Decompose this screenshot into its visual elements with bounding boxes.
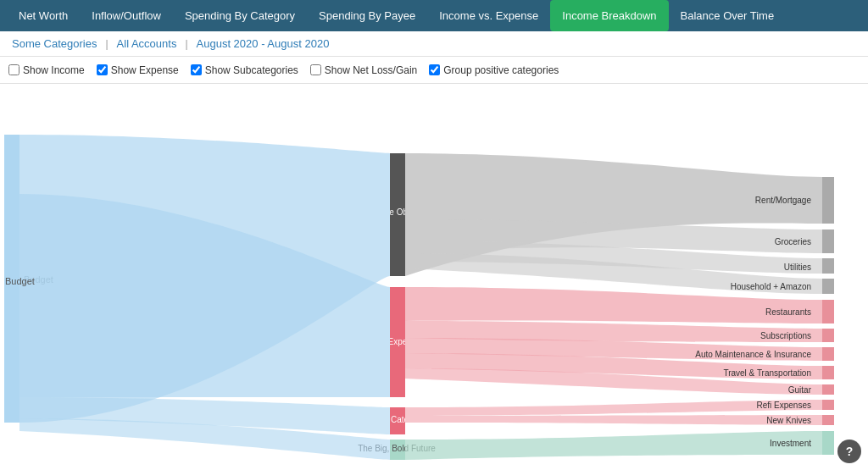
subnav-sep1: | <box>105 38 108 50</box>
checkbox-show-subcategories[interactable] <box>191 64 202 75</box>
node-investment[interactable] <box>822 431 834 455</box>
filter-show-subcategories[interactable]: Show Subcategories <box>191 64 298 76</box>
label-auto-maintenance: Auto Maintenance & Insurance <box>695 350 811 359</box>
filter-show-expense[interactable]: Show Expense <box>97 64 179 76</box>
nav-item-spending-by-payee[interactable]: Spending By Payee <box>307 0 427 31</box>
help-button[interactable]: ? <box>837 440 861 463</box>
checkbox-show-net-loss-gain[interactable] <box>310 64 321 75</box>
node-travel-transportation[interactable] <box>822 366 834 379</box>
label-refi-expenses: Refi Expenses <box>757 401 811 410</box>
node-refi-expenses[interactable] <box>822 400 834 410</box>
node-utilities[interactable] <box>822 258 834 274</box>
checkbox-group-positive[interactable] <box>429 64 440 75</box>
label-rent-mortgage: Rent/Mortgage <box>755 196 812 205</box>
nav-item-income-breakdown[interactable]: Income Breakdown <box>550 0 668 31</box>
label-budget-left: Budget <box>5 276 35 286</box>
label-investment: Investment <box>770 439 811 448</box>
label-restaurants: Restaurants <box>765 307 811 317</box>
nav-item-inflow-outflow[interactable]: Inflow/Outflow <box>80 0 173 31</box>
label-household-amazon: Household + Amazon <box>731 282 811 291</box>
node-auto-maintenance[interactable] <box>822 347 834 361</box>
subnav-period[interactable]: August 2020 - August 2020 <box>193 36 333 52</box>
sankey-chart: Budget Immediate Obligations True Expens… <box>0 84 868 470</box>
label-utilities: Utilities <box>784 263 811 272</box>
top-navigation: Net Worth Inflow/Outflow Spending By Cat… <box>0 0 868 31</box>
label-groceries: Groceries <box>775 237 811 246</box>
filter-group-positive[interactable]: Group positive categories <box>429 64 559 76</box>
label-guitar: Guitar <box>788 385 812 395</box>
label-subscriptions: Subscriptions <box>760 331 811 340</box>
chart-area: Budget Immediate Obligations True Expens… <box>0 84 868 470</box>
node-restaurants[interactable] <box>822 300 834 323</box>
subnav-sep2: | <box>185 38 187 50</box>
checkbox-show-expense[interactable] <box>97 64 108 75</box>
node-new-knives[interactable] <box>822 415 834 425</box>
filters-bar: Show Income Show Expense Show Subcategor… <box>0 57 868 84</box>
node-subscriptions[interactable] <box>822 329 834 342</box>
node-household-amazon[interactable] <box>822 279 834 294</box>
subnav-accounts[interactable]: All Accounts <box>114 36 181 52</box>
nav-item-income-vs-expense[interactable]: Income vs. Expense <box>427 0 550 31</box>
node-guitar[interactable] <box>822 384 834 395</box>
filter-show-income[interactable]: Show Income <box>8 64 85 76</box>
node-rent-mortgage[interactable] <box>822 177 834 224</box>
filter-show-net-loss-gain[interactable]: Show Net Loss/Gain <box>310 64 417 76</box>
nav-item-balance-over-time[interactable]: Balance Over Time <box>669 0 787 31</box>
label-new-knives: New Knives <box>766 416 811 425</box>
checkbox-show-income[interactable] <box>8 64 19 75</box>
label-travel-transportation: Travel & Transportation <box>723 368 811 378</box>
nav-item-net-worth[interactable]: Net Worth <box>7 0 80 31</box>
node-groceries[interactable] <box>822 229 834 253</box>
sub-navigation: Some Categories | All Accounts | August … <box>0 31 868 57</box>
subnav-categories[interactable]: Some Categories <box>8 36 100 52</box>
nav-item-spending-by-category[interactable]: Spending By Category <box>173 0 307 31</box>
